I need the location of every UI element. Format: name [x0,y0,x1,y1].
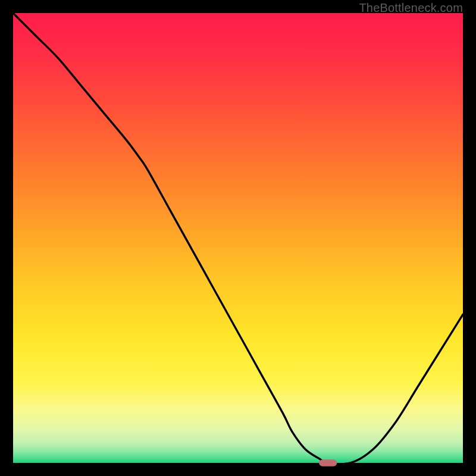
bottleneck-curve [13,13,463,464]
plot-area [13,13,463,463]
optimal-marker [319,459,337,466]
chart-svg [13,13,463,463]
chart-frame: TheBottleneck.com [0,0,476,476]
